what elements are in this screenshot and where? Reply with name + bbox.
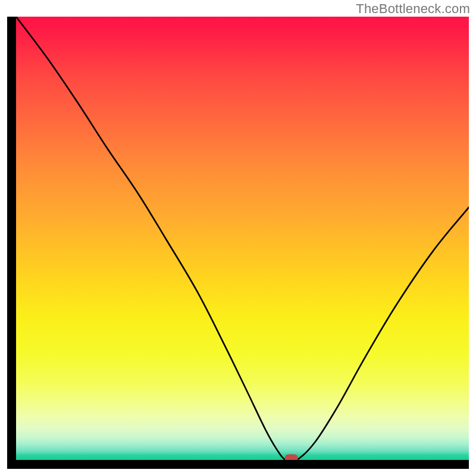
chart-marker-icon (285, 455, 298, 460)
chart-curve (16, 17, 469, 460)
chart-frame (7, 17, 469, 469)
chart-overlay (16, 17, 469, 460)
watermark-text: TheBottleneck.com (356, 1, 470, 17)
plot-area (16, 17, 469, 460)
